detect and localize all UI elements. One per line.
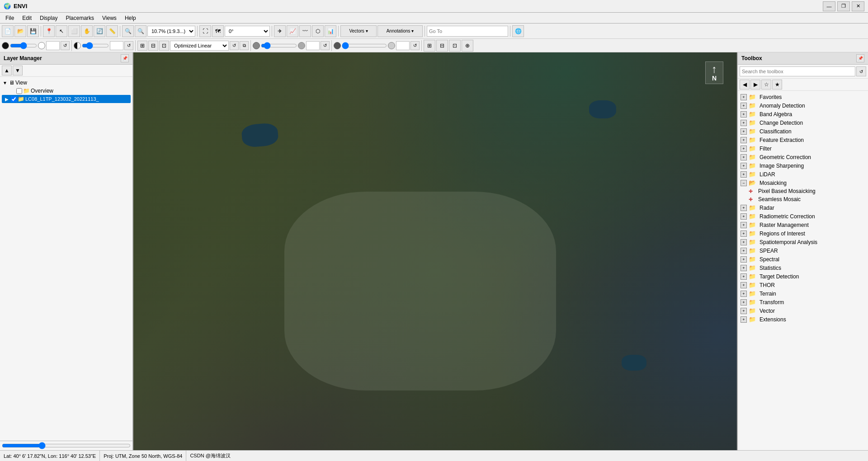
- menu-help[interactable]: Help: [121, 14, 140, 22]
- roi-button[interactable]: ⬡: [312, 25, 324, 37]
- extra-btn3[interactable]: ⊡: [449, 40, 461, 52]
- stretch-icon[interactable]: ⊡: [159, 41, 169, 51]
- band-refresh[interactable]: ↺: [410, 41, 420, 50]
- layer-down-button[interactable]: ▼: [13, 66, 23, 75]
- map-area[interactable]: ↑ N: [133, 52, 737, 450]
- toolbox-star1-btn[interactable]: ☆: [761, 80, 771, 89]
- toolbox-item-statistics[interactable]: +📁Statistics: [740, 263, 866, 272]
- profile-button[interactable]: 📈: [287, 25, 298, 37]
- stretch-dropdown[interactable]: Optimized Linear: [170, 41, 229, 51]
- toolbox-expand-lidar[interactable]: +: [741, 171, 747, 178]
- contrast-refresh[interactable]: ↺: [124, 41, 133, 50]
- toolbox-pin[interactable]: 📌: [856, 54, 864, 62]
- portal-button[interactable]: 🌐: [512, 25, 524, 37]
- toolbox-expand-geometric-correction[interactable]: +: [741, 154, 747, 160]
- toolbox-item-lidar[interactable]: +📁LiDAR: [740, 170, 866, 179]
- measure-button[interactable]: 📏: [106, 25, 118, 37]
- zoom-layer-button[interactable]: 🗺: [212, 25, 224, 37]
- rotate-button[interactable]: 🔄: [94, 25, 105, 37]
- toolbox-expand-regions-of-interest[interactable]: +: [741, 230, 747, 237]
- toolbox-expand-statistics[interactable]: +: [741, 265, 747, 271]
- sharpen-slider[interactable]: [261, 42, 297, 49]
- save-button[interactable]: 💾: [27, 25, 39, 37]
- toolbox-item-radar[interactable]: +📁Radar: [740, 203, 866, 212]
- layer-manager-pin[interactable]: 📌: [121, 54, 129, 62]
- extra-btn1[interactable]: ⊞: [424, 40, 435, 52]
- toolbox-expand-spectral[interactable]: +: [741, 256, 747, 263]
- toolbox-expand-radiometric-correction[interactable]: +: [741, 213, 747, 220]
- toolbox-search-input[interactable]: [740, 66, 855, 76]
- toolbox-expand-favorites[interactable]: +: [741, 94, 747, 100]
- minimize-button[interactable]: —: [823, 1, 835, 11]
- stretch-box[interactable]: ⊞: [137, 41, 147, 51]
- toolbox-item-spear[interactable]: +📁SPEAR: [740, 246, 866, 255]
- toolbox-fwd-btn[interactable]: ▶: [750, 80, 760, 89]
- stretch-refresh[interactable]: ↺: [230, 41, 239, 50]
- toolbox-item-regions-of-interest[interactable]: +📁Regions of Interest: [740, 229, 866, 238]
- sharpen-value[interactable]: 10: [306, 41, 320, 50]
- toolbox-expand-classification[interactable]: +: [741, 128, 747, 135]
- annotations-button[interactable]: Annotations ▾: [377, 25, 423, 37]
- toolbox-item-geometric-correction[interactable]: +📁Geometric Correction: [740, 153, 866, 161]
- toolbox-item-vector[interactable]: +📁Vector: [740, 306, 866, 315]
- toolbox-star2-btn[interactable]: ★: [772, 80, 782, 89]
- toolbox-item-thor[interactable]: +📁THOR: [740, 281, 866, 289]
- maximize-button[interactable]: ❐: [837, 1, 850, 11]
- toolbox-item-classification[interactable]: +📁Classification: [740, 127, 866, 136]
- toolbox-search-refresh[interactable]: ↺: [856, 66, 866, 76]
- toolbox-expand-transform[interactable]: +: [741, 299, 747, 306]
- toolbox-item-mosaicking[interactable]: −📂Mosaicking: [740, 179, 866, 187]
- toolbox-item-transform[interactable]: +📁Transform: [740, 298, 866, 306]
- band-value[interactable]: 0: [396, 41, 410, 50]
- toolbox-back-btn[interactable]: ◀: [740, 80, 750, 89]
- select-button[interactable]: ↖: [56, 25, 67, 37]
- toolbox-item-image-sharpening[interactable]: +📁Image Sharpening: [740, 161, 866, 170]
- menu-views[interactable]: Views: [99, 14, 120, 22]
- toolbox-expand-mosaicking[interactable]: −: [741, 180, 747, 186]
- toolbox-item-seamless-mosaic[interactable]: ✚Seamless Mosaic: [740, 195, 866, 203]
- toolbox-item-extensions[interactable]: +📁Extensions: [740, 315, 866, 324]
- brightness-slider[interactable]: [10, 42, 37, 49]
- toolbox-item-feature-extraction[interactable]: +📁Feature Extraction: [740, 136, 866, 144]
- layer-expand-icon[interactable]: ▶: [4, 96, 10, 102]
- stretch-copy[interactable]: ⧉: [240, 41, 249, 50]
- tree-overview-node[interactable]: 📁 Overview: [2, 87, 131, 95]
- menu-file[interactable]: File: [2, 14, 18, 22]
- new-button[interactable]: 📄: [2, 25, 14, 37]
- toolbox-expand-anomaly-detection[interactable]: +: [741, 103, 747, 109]
- toolbox-expand-filter[interactable]: +: [741, 146, 747, 152]
- toolbox-expand-band-algebra[interactable]: +: [741, 111, 747, 118]
- zoom-full-button[interactable]: ⛶: [199, 25, 211, 37]
- view-expand-icon[interactable]: ▼: [2, 80, 8, 86]
- pan-button[interactable]: ✋: [81, 25, 93, 37]
- extra-btn2[interactable]: ⊟: [436, 40, 448, 52]
- toolbox-item-favorites[interactable]: +📁Favorites: [740, 93, 866, 101]
- vectors-button[interactable]: Vectors ▾: [340, 25, 377, 37]
- toolbox-expand-radar[interactable]: +: [741, 205, 747, 211]
- toolbox-item-spectral[interactable]: +📁Spectral: [740, 255, 866, 263]
- menu-placemarks[interactable]: Placemarks: [62, 14, 98, 22]
- toolbox-expand-extensions[interactable]: +: [741, 316, 747, 323]
- open-button[interactable]: 📂: [14, 25, 26, 37]
- zoom-box-button[interactable]: ⬜: [68, 25, 80, 37]
- rotation-dropdown[interactable]: 0°: [225, 26, 270, 37]
- toolbox-item-pixel-based-mosaicking[interactable]: ✚Pixel Based Mosaicking: [740, 187, 866, 195]
- band-slider[interactable]: [342, 42, 387, 49]
- toolbox-item-radiometric-correction[interactable]: +📁Radiometric Correction: [740, 212, 866, 221]
- toolbox-item-raster-management[interactable]: +📁Raster Management: [740, 221, 866, 229]
- menu-display[interactable]: Display: [36, 14, 61, 22]
- toolbox-expand-terrain[interactable]: +: [741, 291, 747, 297]
- toolbox-expand-target-detection[interactable]: +: [741, 273, 747, 280]
- zoom-out-button[interactable]: 🔍: [135, 25, 146, 37]
- layer-checkbox[interactable]: [11, 96, 17, 102]
- stats-button[interactable]: 📊: [325, 25, 336, 37]
- toolbox-expand-thor[interactable]: +: [741, 282, 747, 288]
- tree-layer-node[interactable]: ▶ 📁 LC08_L1TP_123032_20221113_: [2, 95, 131, 103]
- toolbox-expand-change-detection[interactable]: +: [741, 120, 747, 126]
- toolbox-expand-image-sharpening[interactable]: +: [741, 163, 747, 169]
- brightness-refresh[interactable]: ↺: [61, 41, 70, 50]
- extra-btn4[interactable]: ⊕: [462, 40, 473, 52]
- goto-input[interactable]: [427, 26, 508, 37]
- contrast-slider[interactable]: [82, 42, 109, 49]
- brightness-value[interactable]: 50: [46, 41, 60, 50]
